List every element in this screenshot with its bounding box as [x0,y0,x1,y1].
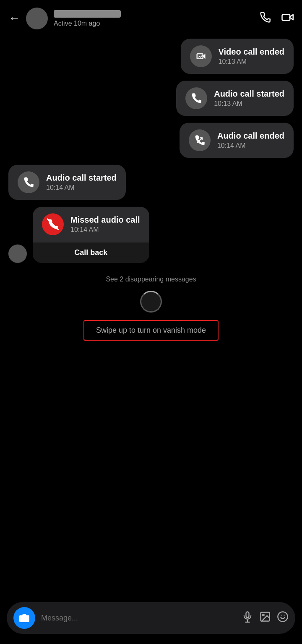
message-audio-call-started-2: Audio call started 10:14 AM [8,165,126,200]
missed-call-card: Missed audio call 10:14 AM Call back [33,207,149,263]
missed-call-row: Missed audio call 10:14 AM Call back [8,207,294,263]
audio-call-icon[interactable] [259,11,271,26]
svg-rect-0 [282,14,290,20]
message-video-call-ended: Video call ended 10:13 AM [181,39,294,74]
sticker-icon[interactable] [277,611,289,626]
contact-name-bar [54,10,121,18]
svg-point-9 [278,612,287,621]
video-call-icon[interactable] [281,11,294,26]
audio-call-started-1-icon [185,87,207,109]
audio-call-started-2-text: Audio call started 10:14 AM [46,173,117,192]
contact-status: Active 10m ago [54,20,100,27]
audio-call-started-1-text: Audio call started 10:13 AM [214,89,284,108]
vanish-mode-box: Swipe up to turn on vanish mode [83,320,219,341]
audio-call-ended-text: Audio call ended 10:14 AM [217,131,284,150]
svg-line-2 [47,219,58,230]
disappearing-section: See 2 disappearing messages Swipe up to … [0,276,302,341]
header-icons [259,11,294,26]
svg-point-8 [263,614,264,616]
sender-avatar [8,244,27,263]
video-call-ended-text: Video call ended 10:13 AM [219,47,284,66]
vanish-mode-text: Swipe up to turn on vanish mode [96,326,206,334]
camera-button[interactable] [13,607,35,629]
missed-call-text: Missed audio call 10:14 AM [70,215,140,234]
message-audio-call-ended: Audio call ended 10:14 AM [180,123,294,158]
missed-call-top: Missed audio call 10:14 AM [33,207,149,242]
chat-area: Video call ended 10:13 AM Audio call sta… [0,34,302,267]
back-button[interactable]: ← [8,13,20,24]
audio-call-started-2-icon [18,171,39,193]
image-icon[interactable] [259,611,271,626]
contact-info: Active 10m ago [54,10,253,27]
audio-call-ended-icon [189,129,211,151]
header: ← Active 10m ago [0,0,302,34]
input-bar [7,602,295,634]
missed-call-icon [42,213,64,235]
avatar[interactable] [26,8,48,29]
call-back-button[interactable]: Call back [33,242,149,263]
disappearing-text: See 2 disappearing messages [106,276,196,283]
svg-rect-4 [246,612,249,618]
mic-icon[interactable] [242,611,253,626]
video-call-ended-icon [190,45,212,67]
svg-point-3 [23,617,26,620]
spinner-circle [140,291,162,313]
message-input[interactable] [41,614,236,623]
message-audio-call-started-1: Audio call started 10:13 AM [176,81,294,116]
